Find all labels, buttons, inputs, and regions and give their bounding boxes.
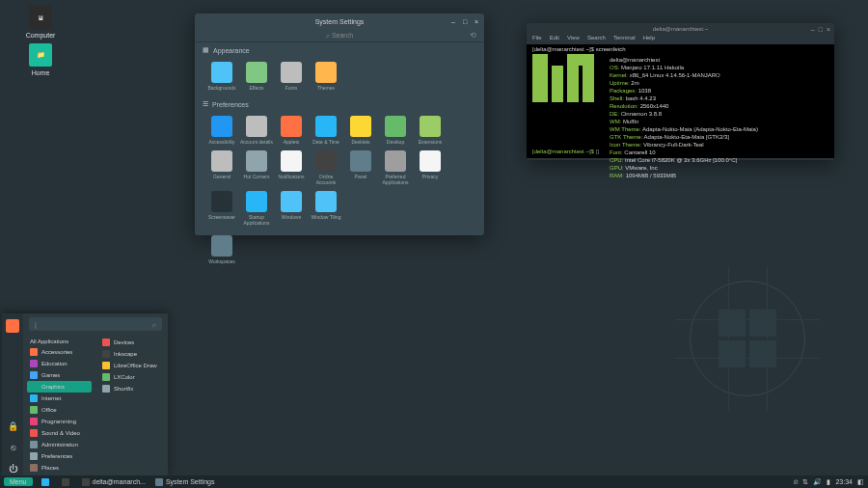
settings-item[interactable]: Effects [240,62,273,91]
close-button[interactable]: × [827,26,830,33]
menu-category[interactable]: Games [27,369,92,381]
settings-item[interactable]: Desktop [379,116,412,145]
terminal-menu-item[interactable]: Search [587,35,606,44]
menu-sidebar: 🔒 ⎋ ⏻ [2,313,23,475]
settings-search[interactable]: ⌕ Search ⟲ [195,29,484,42]
taskbar-task[interactable] [37,477,57,487]
volume-icon[interactable]: 🔊 [813,478,822,486]
menu-app[interactable]: LXColor [99,371,164,383]
settings-item[interactable]: Preferred Applications [379,150,412,185]
terminal-menu-item[interactable]: File [532,35,542,44]
menu-category[interactable]: Administration [27,439,92,450]
desktop-icon-label: Computer [21,32,60,39]
settings-item-icon [315,150,337,172]
maximize-button[interactable]: □ [461,17,469,25]
logout-icon[interactable]: ⎋ [6,441,19,454]
settings-item[interactable]: Date & Time [310,116,342,145]
settings-item-icon [315,116,337,137]
minimize-button[interactable]: – [811,26,815,33]
settings-item[interactable]: Applets [275,116,308,145]
maximize-button[interactable]: □ [819,26,823,33]
search-icon: ⌕ [326,32,330,39]
menu-search[interactable]: |⌕ [29,317,162,331]
settings-item[interactable]: Backgrounds [205,62,238,91]
appearance-grid: BackgroundsEffectsFontsThemes [195,58,484,96]
settings-item-label: Effects [240,85,273,91]
battery-icon[interactable]: ▮ [827,478,830,486]
screenfetch-logo [532,54,600,102]
terminal-menu-item[interactable]: Edit [550,35,559,44]
close-button[interactable]: × [473,17,480,25]
taskbar-task[interactable] [57,477,77,487]
menu-category[interactable]: Sound & Video [27,427,92,439]
menu-category[interactable]: Graphics [27,381,92,393]
terminal-window: delta@manarchtest:~ – □ × FileEditViewSe… [527,23,834,160]
power-icon[interactable]: ⏻ [6,462,19,475]
menu-app[interactable]: LibreOffice Draw [99,360,164,371]
clock[interactable]: 23:34 [835,478,853,485]
menu-category[interactable]: Programming [27,416,92,427]
settings-item[interactable]: Panel [344,150,377,185]
preferences-grid: AccessibilityAccount detailsAppletsDate … [195,112,484,231]
settings-item[interactable]: Startup Applications [240,191,273,226]
settings-item[interactable]: Windows [275,191,308,226]
menu-app[interactable]: Inkscape [99,348,164,360]
settings-item-icon [350,116,371,137]
settings-item[interactable]: Screensaver [205,191,238,226]
back-icon[interactable]: ⟲ [470,31,476,40]
desktop-icon-computer[interactable]: 🖥 Computer [21,6,60,39]
terminal-menu-item[interactable]: View [567,35,580,44]
tray-icon[interactable]: ⎚ [794,478,798,485]
network-icon[interactable]: ⇅ [802,478,808,486]
settings-item[interactable]: Window Tiling [310,191,342,226]
menu-category[interactable]: Office [27,404,92,416]
settings-item[interactable]: Account details [240,116,273,145]
settings-item-label: Backgrounds [205,85,238,91]
menu-app[interactable]: Devices [99,337,164,348]
settings-item[interactable]: Extensions [414,116,447,145]
menu-apps: DevicesInkscapeLibreOffice DrawLXColorSh… [95,335,168,475]
settings-item[interactable]: General [205,150,238,185]
menu-category[interactable]: Accessories [27,346,92,358]
lock-icon[interactable]: 🔒 [6,420,19,433]
desktop-icon-home[interactable]: 📁 Home [21,43,60,76]
folder-icon: 📁 [29,43,52,67]
menu-category[interactable]: Preferences [27,450,92,462]
settings-item-label: Window Tiling [310,214,342,220]
notification-icon[interactable]: ◧ [857,478,864,486]
settings-item-label: Hot Corners [240,174,273,179]
settings-item[interactable]: Desklets [344,116,377,145]
menu-header[interactable]: All Applications [27,337,92,346]
user-avatar[interactable] [6,319,19,333]
terminal-titlebar[interactable]: delta@manarchtest:~ – □ × [527,23,834,35]
minimize-button[interactable]: – [449,17,457,25]
settings-item[interactable]: Online Accounts [310,150,342,185]
settings-item[interactable]: Workspaces [205,235,238,264]
settings-item[interactable]: Fonts [275,62,308,91]
menu-button[interactable]: Menu [4,477,33,486]
settings-item-label: Notifications [275,174,308,179]
settings-item-icon [246,62,267,83]
menu-app[interactable]: Shortfix [99,383,164,394]
settings-item[interactable]: Hot Corners [240,150,273,185]
taskbar-tasks: delta@manarch...System Settings [37,477,220,487]
taskbar-task[interactable]: delta@manarch... [77,477,150,487]
system-tray: ⎚ ⇅ 🔊 ▮ 23:34 ◧ [794,478,864,486]
terminal-menu-item[interactable]: Terminal [613,35,636,44]
menu-category[interactable]: Places [27,462,92,474]
terminal-menu-item[interactable]: Help [643,35,655,44]
settings-item[interactable]: Accessibility [205,116,238,145]
settings-item[interactable]: Themes [310,62,342,91]
settings-item-icon [246,191,267,212]
menu-categories: All Applications AccessoriesEducationGam… [23,335,95,475]
terminal-body[interactable]: [delta@manarchtest ~]$ screenfetch delta… [527,44,834,158]
settings-item-label: Online Accounts [310,174,342,185]
settings-item-label: Desktop [379,139,412,145]
settings-titlebar[interactable]: System Settings – □ × [195,14,484,29]
menu-category[interactable]: Education [27,358,92,369]
settings-item[interactable]: Privacy [414,150,447,185]
taskbar-task[interactable]: System Settings [150,477,220,487]
settings-item[interactable]: Notifications [275,150,308,185]
menu-category[interactable]: Internet [27,393,92,404]
settings-item-label: Desklets [344,139,377,145]
